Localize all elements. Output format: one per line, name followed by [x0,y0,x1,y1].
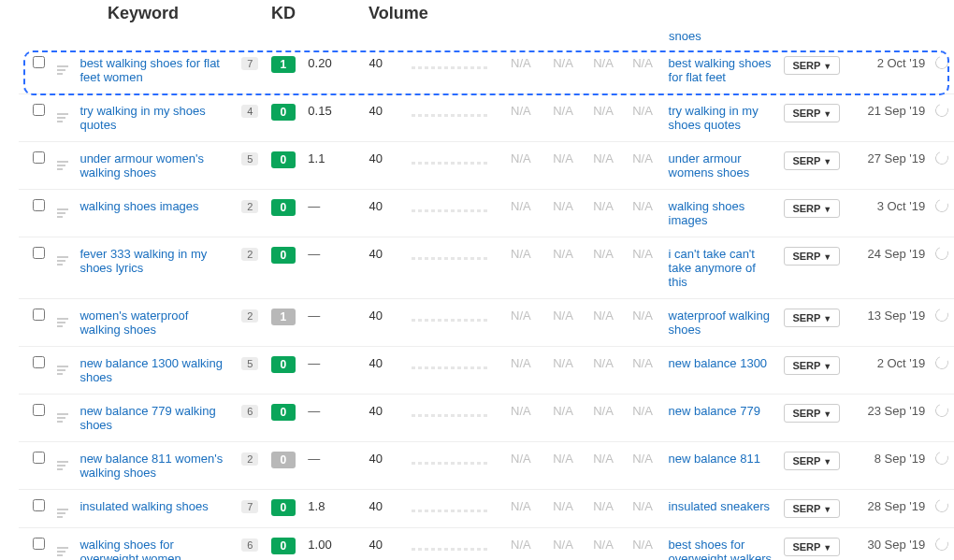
serp-button[interactable]: SERP▼ [784,104,840,122]
serp-button[interactable]: SERP▼ [784,151,840,170]
parent-keyword-link[interactable]: best walking shoes for flat feet [669,56,772,84]
cpc-value: — [302,190,350,237]
keyword-link[interactable]: under armour women's walking shoes [80,151,204,179]
keyword-link[interactable]: try walking in my shoes quotes [80,104,205,132]
refresh-icon[interactable] [932,245,950,263]
trend-sparkline [412,452,494,465]
keyword-link[interactable]: new balance 811 women's walking shoes [80,452,223,480]
col-header-kd: KD [262,4,350,23]
row-menu-icon[interactable] [57,64,68,75]
row-checkbox[interactable] [33,247,45,259]
na-cell: N/A [623,142,663,190]
parent-keyword-link[interactable]: new balance 779 [669,404,760,418]
keyword-link[interactable]: fever 333 walking in my shoes lyrics [80,247,207,275]
keyword-link[interactable]: new balance 1300 walking shoes [80,356,223,384]
parent-keyword-link-partial[interactable]: snoes [669,29,701,43]
row-checkbox[interactable] [33,452,45,464]
na-cell: N/A [585,528,623,561]
refresh-icon[interactable] [932,536,950,553]
table-row: under armour women's walking shoes 5 0 1… [19,142,954,190]
na-cell: N/A [585,237,623,299]
parent-keyword-link[interactable]: under armour womens shoes [669,151,750,179]
row-checkbox[interactable] [33,199,45,211]
serp-button[interactable]: SERP▼ [784,356,840,375]
row-menu-icon[interactable] [57,159,68,170]
refresh-icon[interactable] [932,150,950,167]
row-menu-icon[interactable] [57,411,68,423]
cpc-value: 1.00 [302,528,350,561]
row-menu-icon[interactable] [57,207,68,218]
serp-button[interactable]: SERP▼ [784,199,840,218]
row-checkbox[interactable] [33,499,45,511]
table-row: women's waterproof walking shoes 2 1 — 4… [19,299,954,347]
trend-sparkline [412,56,494,69]
serp-features-count: 2 [241,248,258,261]
serp-button[interactable]: SERP▼ [784,247,840,266]
na-cell: N/A [499,347,542,395]
update-date: 3 Oct '19 [846,190,929,237]
parent-keyword-link[interactable]: try walking in my shoes quotes [669,104,759,132]
kd-badge: 0 [271,199,296,216]
refresh-icon[interactable] [932,54,950,72]
na-cell: N/A [623,190,663,237]
serp-button[interactable]: SERP▼ [784,538,840,556]
row-menu-icon[interactable] [57,459,68,470]
na-cell: N/A [585,347,623,395]
row-checkbox[interactable] [33,309,45,321]
kd-badge: 0 [271,247,296,264]
parent-keyword-link[interactable]: i can't take can't take anymore of this [669,247,756,289]
row-checkbox[interactable] [33,538,45,550]
serp-button[interactable]: SERP▼ [784,452,840,470]
serp-features-count: 6 [241,405,258,418]
na-cell: N/A [542,237,584,299]
na-cell: N/A [499,528,542,561]
refresh-icon[interactable] [932,450,950,467]
serp-button[interactable]: SERP▼ [784,309,840,327]
parent-keyword-link[interactable]: waterproof walking shoes [669,309,770,337]
serp-features-count: 5 [241,357,258,370]
parent-keyword-link[interactable]: new balance 1300 [669,356,768,370]
refresh-icon[interactable] [932,497,950,515]
row-menu-icon[interactable] [57,364,68,375]
na-cell: N/A [623,395,663,442]
row-checkbox[interactable] [33,404,45,416]
serp-features-count: 7 [241,500,258,513]
serp-button[interactable]: SERP▼ [784,56,840,75]
row-menu-icon[interactable] [57,545,68,556]
parent-keyword-link[interactable]: walking shoes images [669,199,745,227]
refresh-icon[interactable] [932,354,950,372]
serp-button[interactable]: SERP▼ [784,499,840,518]
row-checkbox[interactable] [33,104,45,116]
update-date: 27 Sep '19 [846,142,929,190]
volume-value: 40 [351,299,406,347]
parent-keyword-link[interactable]: best shoes for overweight walkers [669,538,773,560]
row-menu-icon[interactable] [57,316,68,327]
parent-keyword-link[interactable]: new balance 811 [669,452,760,466]
keyword-link[interactable]: walking shoes images [80,199,198,213]
keyword-link[interactable]: best walking shoes for flat feet women [80,56,220,84]
serp-features-count: 4 [241,105,258,118]
row-menu-icon[interactable] [57,507,68,518]
serp-features-count: 2 [241,452,258,466]
kd-badge: 0 [271,104,296,121]
table-row: best walking shoes for flat feet women 7… [19,47,954,94]
refresh-icon[interactable] [932,102,950,120]
parent-keyword-link[interactable]: insulated sneakers [669,499,770,513]
row-menu-icon[interactable] [57,254,68,266]
refresh-icon[interactable] [932,402,950,420]
keyword-link[interactable]: walking shoes for overweight women [80,538,181,560]
row-menu-icon[interactable] [57,111,68,122]
keyword-link[interactable]: women's waterproof walking shoes [80,309,188,337]
row-checkbox[interactable] [33,56,45,68]
keyword-link[interactable]: insulated walking shoes [80,499,208,513]
row-checkbox[interactable] [33,356,45,368]
refresh-icon[interactable] [932,307,950,324]
serp-button[interactable]: SERP▼ [784,404,840,423]
na-cell: N/A [499,395,542,442]
na-cell: N/A [542,347,584,395]
na-cell: N/A [542,490,584,528]
row-checkbox[interactable] [33,151,45,164]
keyword-link[interactable]: new balance 779 walking shoes [80,404,215,432]
refresh-icon[interactable] [932,197,950,215]
cpc-value: — [302,395,350,442]
